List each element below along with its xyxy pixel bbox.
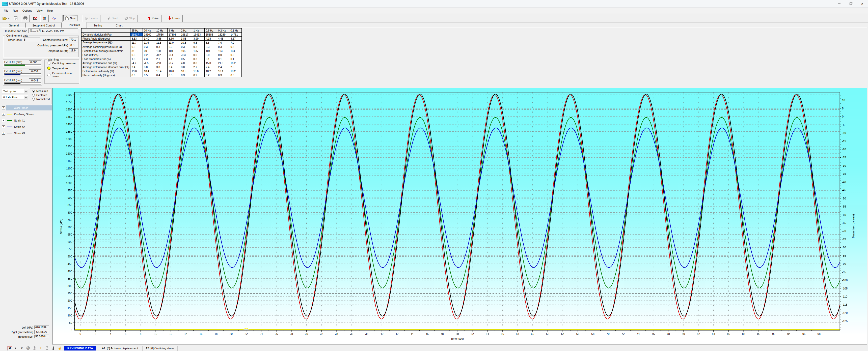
value-cell[interactable]: 81	[130, 49, 143, 53]
value-cell[interactable]: 17303	[167, 33, 180, 37]
value-cell[interactable]: 0.3	[130, 45, 143, 49]
value-cell[interactable]: 16413	[192, 33, 205, 37]
value-cell[interactable]: 8.8	[205, 41, 217, 45]
value-cell[interactable]: 0.0	[229, 53, 242, 57]
value-cell[interactable]: 11.5	[143, 41, 155, 45]
value-cell[interactable]: 0.1	[205, 57, 217, 61]
value-cell[interactable]: 7.6	[217, 41, 229, 45]
value-cell[interactable]: 0.3	[180, 73, 192, 77]
value-cell[interactable]: 18.4	[143, 69, 155, 73]
chart-plot[interactable]: 0501001502002503003504004505005506006507…	[53, 88, 867, 344]
value-cell[interactable]: 104	[167, 49, 180, 53]
chart-area[interactable]: 0501001502002503003504004505005506006507…	[52, 88, 867, 345]
value-cell[interactable]: 0.3	[217, 73, 229, 77]
checkbox-icon[interactable]: ✓	[2, 125, 5, 128]
value-cell[interactable]: 0.5	[180, 57, 192, 61]
value-cell[interactable]: 0.2	[143, 53, 155, 57]
value-cell[interactable]: 3.0	[180, 65, 192, 69]
down-arrow-icon[interactable]: ▼	[19, 346, 25, 351]
contact-stress-field[interactable]: 70.1	[69, 38, 78, 42]
value-cell[interactable]: 18.6	[192, 69, 205, 73]
menu-options[interactable]: Options	[20, 8, 34, 13]
value-cell[interactable]: 21.0	[217, 61, 229, 65]
plot-source-combobox[interactable]: Test cycles	[2, 89, 28, 94]
value-cell[interactable]: 90	[143, 49, 155, 53]
value-cell[interactable]: 0.1	[229, 57, 242, 61]
value-cell[interactable]: 8.8	[192, 61, 205, 65]
value-cell[interactable]: 18.5	[180, 69, 192, 73]
value-cell[interactable]: 0.2	[205, 73, 217, 77]
value-cell[interactable]: -0.1	[167, 53, 180, 57]
value-cell[interactable]: -0.3	[180, 53, 192, 57]
value-cell[interactable]: 18.4	[155, 69, 167, 73]
value-cell[interactable]: 0.1	[217, 57, 229, 61]
raise-button[interactable]: Raise	[145, 14, 161, 22]
value-cell[interactable]: 3.55	[155, 37, 167, 41]
value-cell[interactable]: 0.3	[155, 45, 167, 49]
report-button[interactable]	[11, 14, 20, 22]
column-header[interactable]: 0.5 Hz	[205, 29, 217, 33]
mouse-icon[interactable]	[44, 346, 50, 351]
value-cell[interactable]: 3.4	[167, 65, 180, 69]
open-file-button[interactable]	[2, 14, 10, 22]
value-cell[interactable]: 105	[192, 49, 205, 53]
value-cell[interactable]: 3.99	[192, 37, 205, 41]
levels-button[interactable]: Levels	[83, 14, 100, 22]
value-cell[interactable]: 100	[155, 49, 167, 53]
tab-tuning[interactable]: Tuning	[87, 23, 109, 28]
value-cell[interactable]: 0.0	[205, 53, 217, 57]
value-cell[interactable]: 0.0	[192, 53, 205, 57]
column-header[interactable]: 25 Hz	[130, 29, 143, 33]
value-cell[interactable]: 0.3	[167, 73, 180, 77]
radio-measured[interactable]: Measured	[32, 90, 51, 93]
value-cell[interactable]: 0.6	[130, 73, 143, 77]
value-cell[interactable]: 3.33	[130, 37, 143, 41]
tab-setup-and-control[interactable]: Setup and Control	[26, 23, 62, 28]
value-cell[interactable]: 15.0	[205, 61, 217, 65]
close-button[interactable]: ×	[857, 0, 868, 7]
value-cell[interactable]: 1.1	[167, 57, 180, 61]
value-cell[interactable]: -4.5	[143, 61, 155, 65]
value-cell[interactable]: 0.3	[192, 45, 205, 49]
hand-icon[interactable]: ☝	[57, 346, 63, 351]
value-cell[interactable]: 0.3	[130, 53, 143, 57]
value-cell[interactable]: 0.4	[155, 73, 167, 77]
value-cell[interactable]: 14751	[229, 33, 242, 37]
test-date-field[interactable]: 周二, 6月 11, 2024, 5:00 PM	[28, 29, 78, 33]
print-button[interactable]	[21, 14, 30, 22]
value-cell[interactable]: 2.3	[143, 57, 155, 61]
value-cell[interactable]: 4.67	[229, 37, 242, 41]
column-header[interactable]: 10 Hz	[155, 29, 167, 33]
menu-run[interactable]: Run	[10, 8, 20, 13]
lower-button[interactable]: Lower	[166, 14, 183, 22]
value-cell[interactable]: 4.0	[180, 61, 192, 65]
value-cell[interactable]: 0.5	[143, 73, 155, 77]
checkbox-icon[interactable]: ✓	[2, 132, 5, 135]
value-cell[interactable]: 18.2	[205, 69, 217, 73]
temperature-field[interactable]: 11.9	[69, 49, 78, 53]
value-cell[interactable]: 2.4	[205, 65, 217, 69]
tab-general[interactable]: General	[2, 23, 26, 28]
checkbox-icon[interactable]: ✓	[2, 119, 5, 122]
value-cell[interactable]: 19.6	[130, 69, 143, 73]
value-cell[interactable]: 0.3	[205, 45, 217, 49]
column-header[interactable]: 20 Hz	[143, 29, 155, 33]
confining-pressure-field[interactable]: 0.3	[69, 43, 78, 47]
value-cell[interactable]: 11.7	[130, 41, 143, 45]
checkbox-icon[interactable]: ✓	[2, 113, 5, 116]
value-cell[interactable]: 3.60	[167, 37, 180, 41]
column-header[interactable]: 1 Hz	[192, 29, 205, 33]
circle-g-icon[interactable]: G	[25, 346, 31, 351]
plot-frequency-combobox[interactable]: 0.1 Hz Plots	[2, 95, 28, 100]
tab-chart[interactable]: Chart	[109, 23, 129, 28]
menu-view[interactable]: View	[34, 8, 45, 13]
tuning-button[interactable]	[50, 14, 58, 22]
value-cell[interactable]: 18.2	[229, 69, 242, 73]
value-cell[interactable]: 2.1	[155, 57, 167, 61]
value-cell[interactable]: 15259	[217, 33, 229, 37]
value-cell[interactable]: 3.83	[180, 37, 192, 41]
checkbox-icon[interactable]: ✓	[2, 106, 5, 109]
legend-axialstress[interactable]: ✓Axial Stress	[2, 105, 52, 110]
value-cell[interactable]: 15885	[205, 33, 217, 37]
legend-confiningstress[interactable]: ✓Confining Stress	[2, 112, 52, 117]
